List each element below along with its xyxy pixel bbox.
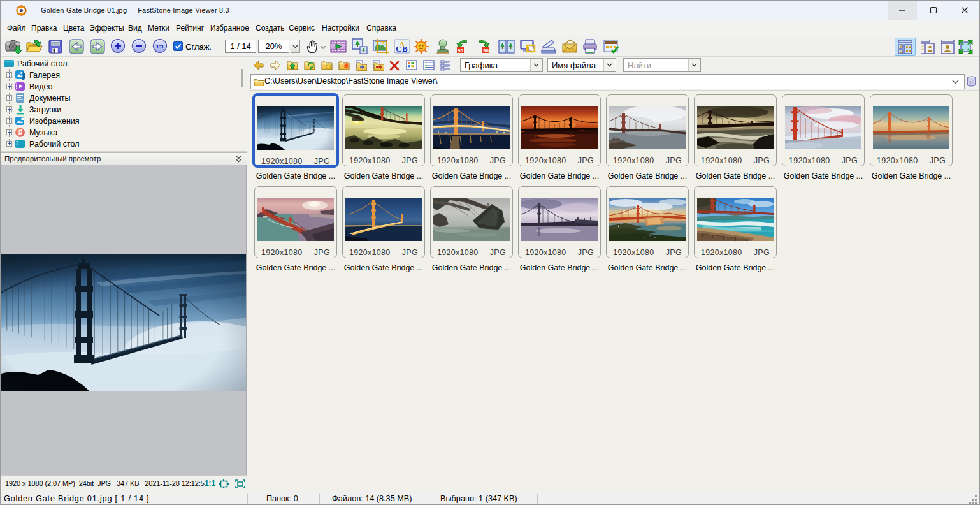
svg-text:1:1: 1:1 [155,43,164,50]
svg-text:B: B [402,44,408,54]
svg-text:C: C [396,44,401,54]
svg-text:90: 90 [483,48,489,54]
svg-text:90: 90 [458,48,463,54]
